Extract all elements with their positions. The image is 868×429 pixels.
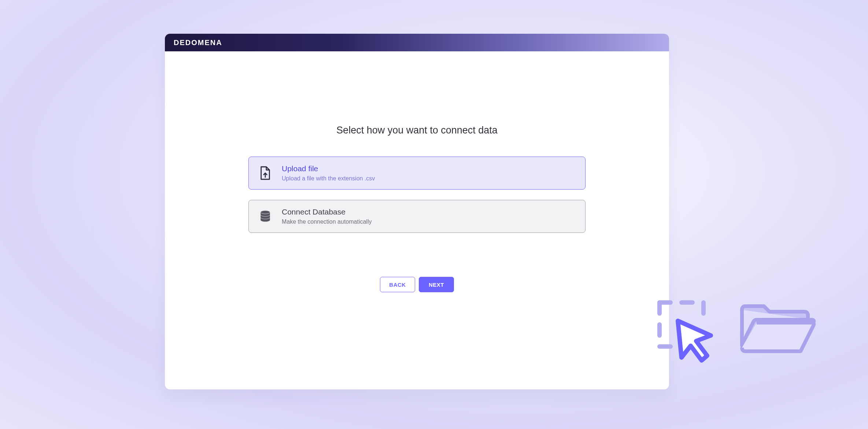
option-database-subtitle: Make the connection automatically bbox=[282, 219, 372, 225]
next-button[interactable]: NEXT bbox=[419, 277, 454, 292]
option-database-text: Connect Database Make the connection aut… bbox=[282, 208, 372, 225]
option-upload-file[interactable]: Upload file Upload a file with the exten… bbox=[248, 157, 586, 190]
app-window: DEDOMENA Select how you want to connect … bbox=[165, 34, 669, 389]
back-button[interactable]: BACK bbox=[380, 277, 415, 292]
wizard-actions: BACK NEXT bbox=[380, 277, 454, 292]
page-heading: Select how you want to connect data bbox=[336, 125, 498, 136]
database-icon bbox=[259, 209, 272, 224]
brand-logo: DEDOMENA bbox=[174, 38, 222, 47]
option-upload-subtitle: Upload a file with the extension .csv bbox=[282, 175, 375, 182]
folder-open-icon bbox=[736, 295, 819, 361]
file-upload-icon bbox=[259, 166, 272, 180]
option-connect-database[interactable]: Connect Database Make the connection aut… bbox=[248, 200, 586, 233]
option-upload-title: Upload file bbox=[282, 164, 375, 173]
option-database-title: Connect Database bbox=[282, 208, 372, 216]
titlebar: DEDOMENA bbox=[165, 34, 669, 51]
main-content: Select how you want to connect data Uplo… bbox=[165, 51, 669, 389]
option-upload-text: Upload file Upload a file with the exten… bbox=[282, 164, 375, 182]
